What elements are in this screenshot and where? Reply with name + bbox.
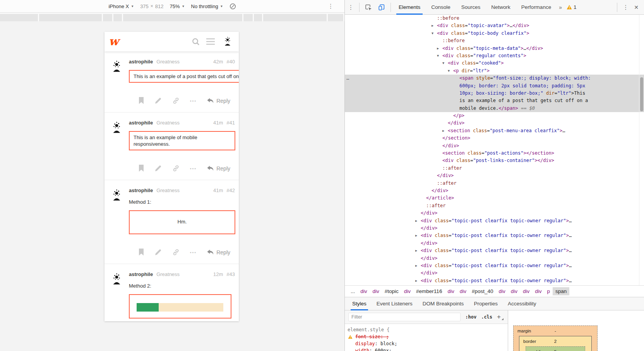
tree-node[interactable]: ▶<div class="topic-post clearfix topic-o…: [345, 277, 644, 285]
expand-arrow-icon[interactable]: ▶: [442, 127, 448, 135]
border-top-value[interactable]: 2: [554, 339, 557, 344]
user-avatar[interactable]: [224, 36, 231, 48]
bookmark-icon[interactable]: [139, 97, 144, 104]
sidebar-tab-dom-breakpoints[interactable]: DOM Breakpoints: [418, 297, 469, 310]
more-actions-icon[interactable]: •••: [190, 250, 197, 255]
tree-node[interactable]: </div>: [345, 187, 644, 194]
viewport-width-input[interactable]: 375: [140, 3, 149, 9]
post-avatar[interactable]: [112, 60, 122, 74]
styles-filter-input[interactable]: [348, 313, 461, 321]
wattpad-logo[interactable]: w: [109, 34, 119, 49]
post-author[interactable]: astrophile: [129, 271, 153, 277]
collapse-arrow-icon[interactable]: ▼: [437, 52, 442, 60]
post-avatar[interactable]: [112, 188, 122, 203]
tree-node[interactable]: ▶<div class="topic-post clearfix topic-o…: [345, 247, 644, 254]
tree-node[interactable]: ::after: [345, 165, 644, 172]
tree-node[interactable]: ▼<div class="cooked">: [345, 60, 644, 67]
style-property-row[interactable]: width: 600px;: [348, 347, 508, 351]
box-model-padding[interactable]: padding 5: [526, 346, 585, 351]
post-number[interactable]: #41: [226, 120, 235, 126]
tree-node-selected[interactable]: 600px; border: 2px solid tomato; padding…: [345, 82, 644, 90]
tree-node[interactable]: </div>: [345, 172, 644, 179]
device-toolbar-more-button[interactable]: ⋮: [328, 3, 334, 10]
breadcrumb-item[interactable]: div: [370, 287, 382, 295]
collapse-arrow-icon[interactable]: ▼: [448, 67, 453, 75]
more-actions-icon[interactable]: •••: [190, 166, 197, 171]
tree-node[interactable]: </div>: [345, 225, 644, 232]
edit-icon[interactable]: [154, 97, 162, 104]
tree-node[interactable]: <section class="post-actions"></section>: [345, 150, 644, 157]
padding-top-value[interactable]: 5: [554, 349, 557, 351]
expand-arrow-icon[interactable]: ▶: [415, 232, 421, 239]
devtools-tab-network[interactable]: Network: [486, 0, 516, 15]
tree-node[interactable]: ▼<p dir="ltr">: [345, 67, 644, 75]
breadcrumb-item[interactable]: div: [358, 287, 370, 295]
sidebar-tab-properties[interactable]: Properties: [469, 297, 503, 310]
toggle-class-button[interactable]: .cls: [481, 314, 492, 320]
tree-node[interactable]: </div>: [345, 269, 644, 277]
tree-node[interactable]: ▶<div class="topic-post clearfix topic-o…: [345, 232, 644, 239]
tree-node[interactable]: </div>: [345, 142, 644, 150]
sidebar-tab-accessibility[interactable]: Accessibility: [503, 297, 541, 310]
breadcrumb-item[interactable]: div: [532, 287, 544, 295]
close-devtools-button[interactable]: ✕: [632, 4, 644, 10]
style-property-row[interactable]: font-size: ;: [348, 333, 508, 340]
breadcrumb-item[interactable]: div: [457, 287, 469, 295]
console-warning-badge[interactable]: 1: [564, 4, 579, 10]
post-author[interactable]: astrophile: [129, 59, 153, 65]
reply-button[interactable]: Reply: [207, 165, 230, 172]
tree-node[interactable]: ::before: [345, 37, 644, 44]
breadcrumb-item[interactable]: p: [545, 287, 553, 295]
box-model-border[interactable]: border 2 padding 5: [519, 336, 592, 351]
tree-node[interactable]: ▶<div class="topic-meta-data">…</div>: [345, 45, 644, 52]
post-author[interactable]: astrophile: [129, 120, 153, 126]
devtools-settings-kebab[interactable]: ⋮: [620, 4, 632, 11]
link-icon[interactable]: [172, 165, 180, 172]
breadcrumb-item[interactable]: #ember116: [413, 287, 445, 295]
device-select[interactable]: iPhone X ▼: [108, 3, 134, 9]
edit-icon[interactable]: [154, 249, 162, 256]
expand-arrow-icon[interactable]: ▶: [415, 262, 421, 269]
reply-button[interactable]: Reply: [207, 249, 230, 256]
breadcrumb-item[interactable]: #topic: [382, 287, 401, 295]
tree-node-selected[interactable]: …<span style="font-size:; display: block…: [345, 75, 644, 82]
tree-node[interactable]: <div class="post-links-container"></div>: [345, 157, 644, 164]
devtools-tab-performance[interactable]: Performance: [516, 0, 557, 15]
breadcrumb-item[interactable]: #post_40: [469, 287, 496, 295]
post-author[interactable]: astrophile: [129, 187, 153, 193]
expand-arrow-icon[interactable]: ▶: [432, 22, 437, 29]
tree-node[interactable]: </div>: [345, 119, 644, 127]
tree-node[interactable]: </div>: [345, 255, 644, 262]
tree-node[interactable]: ▶<div class="topic-post clearfix topic-o…: [345, 262, 644, 269]
devtools-more-button[interactable]: ⋮: [345, 4, 357, 11]
style-selector[interactable]: element.style {: [348, 326, 508, 333]
tree-node-selected[interactable]: is an example of a post that gets cut of…: [345, 97, 644, 104]
tree-node[interactable]: ::before: [345, 15, 644, 22]
tree-node[interactable]: ▶<div class="topic-post clearfix topic-o…: [345, 217, 644, 225]
link-icon[interactable]: [172, 97, 180, 104]
toggle-hover-state-button[interactable]: :hov: [465, 314, 476, 320]
collapse-arrow-icon[interactable]: ▼: [442, 60, 448, 67]
more-tabs-chevron[interactable]: »: [557, 4, 564, 10]
post-avatar[interactable]: [112, 121, 122, 135]
breadcrumb-item[interactable]: div: [496, 287, 508, 295]
post-avatar[interactable]: [112, 272, 122, 286]
tree-node[interactable]: ▼<div class="topic-body clearfix">: [345, 30, 644, 37]
tree-node[interactable]: </p>: [345, 112, 644, 119]
breadcrumb-item[interactable]: ...: [348, 287, 358, 295]
tree-node[interactable]: </section>: [345, 135, 644, 142]
post-number[interactable]: #42: [226, 187, 235, 193]
hamburger-menu-icon[interactable]: [206, 37, 215, 47]
toggle-device-toolbar-icon[interactable]: [375, 4, 388, 11]
tree-node[interactable]: </div>: [345, 240, 644, 247]
breadcrumb-item[interactable]: div: [508, 287, 520, 295]
hidden-content-gutter[interactable]: …: [346, 75, 349, 82]
bookmark-icon[interactable]: [139, 165, 144, 172]
devtools-tab-sources[interactable]: Sources: [456, 0, 486, 15]
post-number[interactable]: #40: [226, 59, 235, 65]
expand-arrow-icon[interactable]: ▶: [415, 277, 421, 285]
expand-arrow-icon[interactable]: ▶: [437, 45, 442, 52]
rotate-viewport-button[interactable]: [230, 3, 236, 10]
new-style-rule-button[interactable]: +: [497, 313, 504, 321]
sidebar-tab-styles[interactable]: Styles: [347, 297, 372, 310]
